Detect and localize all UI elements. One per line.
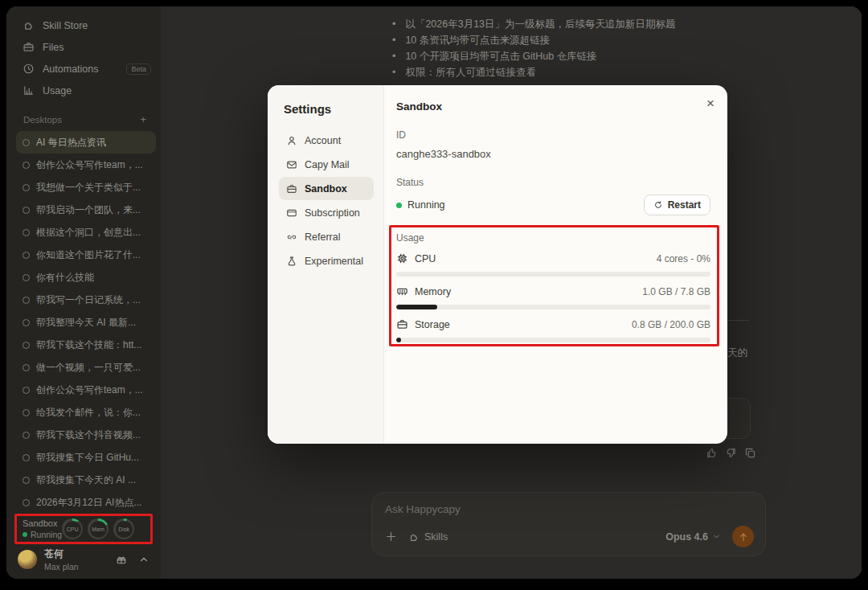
- user-account-row[interactable]: 苍何 Max plan: [18, 547, 149, 572]
- chat-list-item[interactable]: 给我发个邮件，说：你...: [16, 401, 156, 424]
- skills-button[interactable]: Skills: [408, 531, 448, 543]
- chat-title: 帮我下载这个抖音视频...: [36, 428, 141, 442]
- attach-plus-icon[interactable]: [385, 531, 397, 543]
- sidebar-nav-item[interactable]: Skill Store: [6, 14, 161, 36]
- settings-nav-item[interactable]: Account: [279, 129, 374, 152]
- chat-list-item[interactable]: 你知道这个图片花了什...: [16, 244, 156, 266]
- copy-icon[interactable]: [744, 447, 756, 459]
- chat-title: 你知道这个图片花了什...: [36, 248, 141, 262]
- sidebar-nav-item[interactable]: Automations Beta: [6, 58, 161, 80]
- bullet-item: • 以「2026年3月13日」为一级标题，后续每天追加新日期标题: [392, 16, 778, 32]
- chat-list-item[interactable]: 帮我整理今天 AI 最新...: [16, 311, 156, 334]
- id-label: ID: [396, 129, 710, 141]
- chat-list-item[interactable]: 创作公众号写作team，...: [16, 154, 156, 176]
- chat-status-icon: [23, 252, 30, 259]
- restart-icon: [653, 200, 663, 210]
- gauge-label: Disk: [118, 526, 129, 532]
- resource-gauge: Mem: [88, 518, 108, 539]
- flask-icon: [286, 256, 297, 267]
- sidebar-nav-label: Automations: [43, 64, 98, 75]
- chart-icon: [23, 84, 35, 96]
- sidebar-nav-item[interactable]: Files: [6, 36, 161, 58]
- chevron-up-icon[interactable]: [138, 554, 149, 565]
- message-actions: [706, 447, 756, 459]
- status-value: Running: [407, 199, 445, 211]
- user-plan: Max plan: [44, 562, 79, 572]
- panel-title: Sandbox: [396, 100, 710, 113]
- chat-list-item[interactable]: 帮我下载这个抖音视频...: [16, 424, 156, 446]
- usage-progress-bar: [396, 338, 710, 342]
- status-label: Status: [396, 177, 710, 188]
- restart-button[interactable]: Restart: [644, 195, 710, 215]
- chat-list-item[interactable]: 帮我下载这个技能：htt...: [16, 334, 156, 356]
- settings-nav-item[interactable]: Subscription: [279, 201, 374, 224]
- message-bullet-list: • 以「2026年3月13日」为一级标题，后续每天追加新日期标题 • 10 条资…: [392, 16, 778, 80]
- thumb-down-icon[interactable]: [725, 447, 737, 459]
- usage-progress-bar: [396, 272, 710, 277]
- settings-modal: Settings Account Capy Mail Sandbox Subsc…: [268, 85, 727, 444]
- chat-list-item[interactable]: AI 每日热点资讯: [16, 131, 156, 154]
- chat-list-item[interactable]: 帮我启动一个团队，来...: [16, 199, 156, 221]
- sidebar-nav-item[interactable]: Usage: [6, 80, 161, 101]
- chat-list-item[interactable]: 我想做一个关于类似于...: [16, 176, 156, 199]
- settings-nav-item[interactable]: Capy Mail: [279, 153, 374, 176]
- model-name: Opus 4.6: [665, 531, 708, 543]
- chat-list-item[interactable]: 创作公众号写作team，...: [16, 379, 156, 401]
- chat-title: AI 每日热点资讯: [36, 136, 106, 150]
- settings-nav-item[interactable]: Referral: [279, 225, 374, 248]
- chat-status-icon: [23, 162, 30, 169]
- sandbox-status-widget[interactable]: Sandbox Running CPU Mem Disk: [18, 517, 151, 541]
- gauge-label: Mem: [92, 526, 104, 532]
- link-icon: [286, 231, 297, 243]
- bullet-item: • 10 条资讯均带可点击来源超链接: [392, 32, 778, 48]
- sidebar-nav-label: Usage: [43, 85, 72, 96]
- chat-list-item[interactable]: 2026年3月12日 AI热点...: [16, 491, 156, 514]
- gift-icon[interactable]: [116, 554, 127, 565]
- chat-title: 你有什么技能: [36, 271, 94, 285]
- thumb-up-icon[interactable]: [706, 447, 718, 459]
- memory-icon: [396, 285, 408, 297]
- usage-row-label: Storage: [415, 319, 450, 330]
- send-button[interactable]: [732, 526, 754, 547]
- chat-list-item[interactable]: 帮我搜集下今天的 AI ...: [16, 469, 156, 491]
- chat-list: AI 每日热点资讯 创作公众号写作team，... 我想做一个关于类似于... …: [6, 131, 161, 514]
- running-dot-icon: [23, 532, 27, 537]
- running-dot-icon: [396, 203, 402, 208]
- chat-title: 帮我搜集下今天的 AI ...: [36, 473, 136, 487]
- arrow-up-icon: [738, 531, 749, 543]
- card-icon: [286, 207, 297, 219]
- desktops-header: Desktops: [23, 115, 62, 125]
- chat-list-item[interactable]: 根据这个洞口，创意出...: [16, 221, 156, 244]
- add-desktop-button[interactable]: +: [140, 114, 146, 125]
- chat-list-item[interactable]: 你有什么技能: [16, 266, 156, 289]
- settings-nav: Settings Account Capy Mail Sandbox Subsc…: [268, 85, 384, 444]
- settings-nav-item[interactable]: Experimental: [279, 249, 374, 272]
- chat-status-icon: [23, 184, 30, 191]
- chat-status-icon: [23, 274, 30, 281]
- composer-input[interactable]: Ask Happycapy: [385, 503, 754, 515]
- sandbox-id-value: canghe333-sandbox: [396, 148, 710, 160]
- sandbox-gauges: CPU Mem Disk: [62, 518, 155, 539]
- usage-row: Memory 1.0 GB / 7.8 GB: [396, 285, 710, 309]
- chat-status-icon: [23, 139, 30, 146]
- chat-status-icon: [23, 342, 30, 349]
- chat-status-icon: [23, 387, 30, 394]
- chevron-down-icon: [712, 532, 721, 541]
- chat-title: 创作公众号写作team，...: [36, 158, 143, 172]
- resource-gauge: CPU: [62, 518, 83, 539]
- toolbox-icon: [286, 183, 297, 195]
- chat-list-item[interactable]: 做一个视频，一只可爱...: [16, 356, 156, 379]
- storage-icon: [396, 318, 408, 330]
- usage-progress-fill: [396, 305, 437, 309]
- chat-list-item[interactable]: 帮我搜集下今日 GitHu...: [16, 446, 156, 469]
- settings-nav-item[interactable]: Sandbox: [279, 177, 374, 200]
- cpu-icon: [396, 252, 408, 264]
- model-selector[interactable]: Opus 4.6: [665, 531, 721, 543]
- chat-status-icon: [23, 207, 30, 214]
- resource-gauge: Disk: [113, 518, 134, 539]
- bullet-text: 权限：所有人可通过链接查看: [405, 64, 536, 80]
- chat-list-item[interactable]: 帮我写一个日记系统，...: [16, 289, 156, 311]
- settings-title: Settings: [284, 102, 374, 116]
- close-icon[interactable]: ×: [703, 93, 718, 113]
- chat-title: 2026年3月12日 AI热点...: [36, 496, 141, 510]
